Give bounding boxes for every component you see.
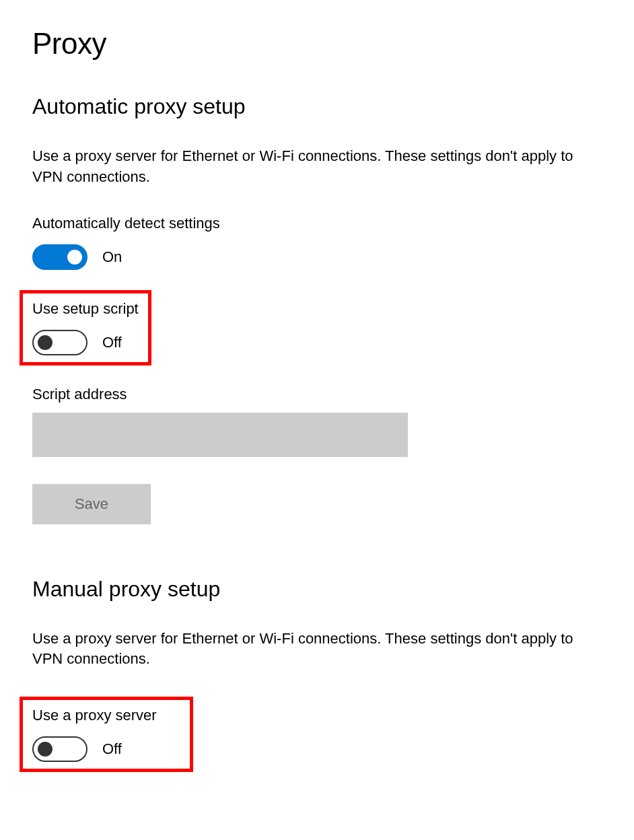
toggle-knob-icon xyxy=(38,335,52,350)
script-address-input[interactable] xyxy=(32,413,408,457)
save-button[interactable]: Save xyxy=(32,484,151,524)
automatic-proxy-description: Use a proxy server for Ethernet or Wi-Fi… xyxy=(32,146,584,188)
auto-detect-label: Automatically detect settings xyxy=(32,215,602,232)
use-proxy-server-state: Off xyxy=(102,740,122,758)
manual-proxy-description: Use a proxy server for Ethernet or Wi-Fi… xyxy=(32,629,584,670)
toggle-knob-icon xyxy=(38,742,52,757)
use-setup-script-state: Off xyxy=(102,334,122,351)
use-proxy-server-toggle[interactable] xyxy=(32,736,87,762)
page-title: Proxy xyxy=(32,27,602,61)
use-proxy-server-highlight: Use a proxy server Off xyxy=(20,697,193,772)
auto-detect-state: On xyxy=(102,248,122,266)
automatic-proxy-heading: Automatic proxy setup xyxy=(32,94,602,119)
manual-proxy-heading: Manual proxy setup xyxy=(32,577,602,602)
auto-detect-toggle[interactable] xyxy=(32,244,87,270)
use-setup-script-toggle[interactable] xyxy=(32,330,87,355)
use-setup-script-highlight: Use setup script Off xyxy=(20,290,151,365)
toggle-knob-icon xyxy=(67,250,82,265)
use-setup-script-label: Use setup script xyxy=(32,300,139,318)
use-proxy-server-label: Use a proxy server xyxy=(32,707,180,724)
script-address-label: Script address xyxy=(32,386,602,403)
